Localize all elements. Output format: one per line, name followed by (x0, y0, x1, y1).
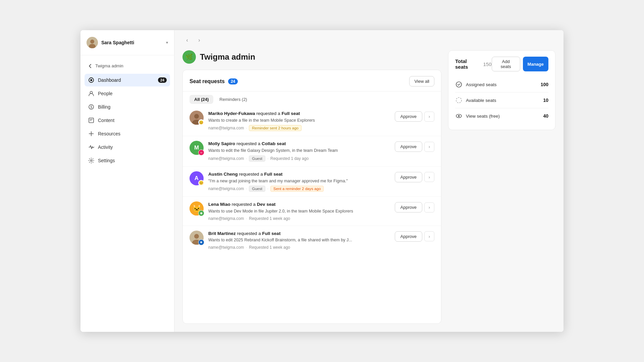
requester-name: Mariko Hyder-Fukawa (208, 111, 255, 116)
approve-button[interactable]: Approve (395, 202, 422, 213)
reminder-tag: Reminder sent 2 hours ago (249, 125, 302, 131)
request-name: Brit Martinez requested a Full seat (208, 231, 390, 237)
approve-button[interactable]: Approve (395, 111, 422, 122)
request-info: Brit Martinez requested a Full seat Want… (208, 231, 390, 250)
request-meta: name@twigma.com · Guest · Requested 1 da… (208, 156, 390, 162)
card-title: Seat requests (190, 78, 225, 84)
expand-button[interactable]: › (424, 231, 434, 241)
page-title: Twigma admin (200, 52, 255, 62)
seats-row-left: View seats (free) (455, 112, 500, 120)
meta-email: name@twigma.com (208, 156, 244, 161)
request-meta: name@twigma.com · Requested 1 week ago (208, 216, 390, 221)
seats-row-left: Available seats (455, 97, 496, 104)
sidebar-item-billing[interactable]: $ Billing (85, 101, 170, 113)
requests-list: 😊 Mariko Hyder-Fukawa requested a Full s… (183, 104, 441, 323)
svg-point-15 (194, 114, 199, 119)
seats-header: Total seats 150 Add seats Manage (455, 57, 548, 71)
avatar-wrap: 🐱 ✱ (190, 201, 204, 216)
sidebar-back-label: Twigma admin (95, 63, 123, 68)
tab-reminders[interactable]: Reminders (2) (215, 95, 252, 104)
dashboard-icon (88, 77, 95, 83)
approve-button[interactable]: Approve (395, 141, 422, 152)
request-item: 😊 Mariko Hyder-Fukawa requested a Full s… (183, 106, 441, 136)
svg-point-13 (91, 160, 92, 162)
seats-row-label: View seats (free) (466, 114, 500, 119)
sidebar-item-dashboard[interactable]: Dashboard 24 (85, 74, 170, 86)
content-area: 🌿 Twigma admin Seat requests 24 View all (174, 50, 564, 332)
chevron-down-icon: ▾ (166, 40, 168, 45)
card-title-row: Seat requests 24 (190, 78, 238, 84)
request-info: Mariko Hyder-Fukawa requested a Full sea… (208, 111, 390, 131)
requester-name: Lena Miao (208, 202, 230, 207)
left-panel: 🌿 Twigma admin Seat requests 24 View all (182, 50, 441, 324)
seats-total-count: 150 (483, 61, 491, 67)
requester-name: Brit Martinez (208, 231, 236, 236)
add-seats-button[interactable]: Add seats (492, 57, 520, 71)
sidebar-item-label: People (98, 91, 113, 96)
sidebar-item-activity[interactable]: Activity (85, 141, 170, 154)
sidebar-item-settings[interactable]: Settings (85, 154, 170, 167)
sidebar-item-content[interactable]: Content (85, 114, 170, 127)
avatar-wrap: ✱ (190, 231, 204, 245)
avatar-badge: 😊 (198, 180, 204, 186)
tab-all[interactable]: All (24) (190, 95, 213, 104)
manage-button[interactable]: Manage (523, 57, 548, 71)
request-info: Lena Miao requested a Dev seat Wants to … (208, 201, 390, 221)
avatar-badge-emoji: 😊 (198, 119, 204, 125)
request-name: Molly Sapiro requested a Collab seat (208, 141, 390, 147)
dashed-circle-icon (455, 97, 463, 104)
avatar-badge: ∞ (198, 149, 204, 156)
svg-point-4 (90, 79, 92, 81)
view-all-button[interactable]: View all (409, 76, 434, 86)
seats-row-label: Assigned seats (466, 82, 497, 87)
sidebar-user-header[interactable]: Sara Spaghetti ▾ (80, 30, 174, 55)
request-description: Wants to edit 2025 Rebrand Kickoff Brain… (208, 237, 390, 243)
sidebar-item-people[interactable]: People (85, 87, 170, 100)
people-icon (88, 90, 95, 97)
seats-title: Total seats (455, 58, 480, 70)
sidebar-item-label: Content (98, 118, 114, 123)
avatar-wrap: 😊 (190, 111, 204, 125)
seats-card: Total seats 150 Add seats Manage (448, 50, 555, 130)
request-description: "I'm a new grad joining the team and my … (208, 178, 390, 184)
org-logo: 🌿 (182, 50, 196, 64)
svg-text:$: $ (90, 105, 92, 109)
svg-point-24 (456, 82, 462, 87)
sidebar-back-button[interactable]: Twigma admin (85, 61, 170, 71)
content-icon (88, 117, 95, 124)
seats-row-value: 40 (543, 113, 548, 119)
approve-button[interactable]: Approve (395, 231, 422, 242)
expand-button[interactable]: › (424, 112, 434, 122)
approve-button[interactable]: Approve (395, 172, 422, 182)
meta-email: name@twigma.com (208, 186, 244, 191)
request-item: A 😊 Austin Cheng requested a Full seat "… (183, 167, 441, 197)
resources-icon (88, 130, 95, 137)
sidebar-item-resources[interactable]: Resources (85, 127, 170, 140)
meta-time: Requested 1 day ago (270, 156, 309, 161)
sidebar-username: Sara Spaghetti (101, 40, 163, 45)
activity-icon (88, 144, 95, 150)
request-meta: name@twigma.com · Guest · Sent a reminde… (208, 186, 390, 192)
sidebar-item-label: Dashboard (98, 77, 121, 83)
guest-tag: Guest (249, 156, 265, 162)
expand-button[interactable]: › (424, 202, 434, 213)
seat-type: Full seat (264, 172, 283, 177)
seats-row-value: 10 (543, 98, 548, 103)
back-arrow-button[interactable]: ‹ (182, 36, 192, 45)
seats-row-left: Assigned seats (455, 81, 497, 88)
seat-type: Full seat (262, 231, 281, 236)
card-header: Seat requests 24 View all (183, 70, 441, 92)
sidebar-item-label: Billing (98, 104, 110, 110)
meta-email: name@twigma.com (208, 216, 244, 221)
forward-arrow-button[interactable]: › (195, 36, 204, 45)
expand-button[interactable]: › (424, 172, 434, 182)
request-item: ✱ Brit Martinez requested a Full seat Wa… (183, 226, 441, 254)
request-item: M ∞ Molly Sapiro requested a Collab seat… (183, 136, 441, 166)
request-actions: Approve › (395, 202, 434, 213)
expand-button[interactable]: › (424, 142, 434, 152)
request-name: Lena Miao requested a Dev seat (208, 201, 390, 208)
request-info: Austin Cheng requested a Full seat "I'm … (208, 171, 390, 192)
requester-name: Austin Cheng (208, 172, 238, 177)
request-description: Wants to edit the file Galaxy Design Sys… (208, 148, 390, 154)
request-item: 🐱 ✱ Lena Miao requested a Dev seat Wants… (183, 197, 441, 226)
